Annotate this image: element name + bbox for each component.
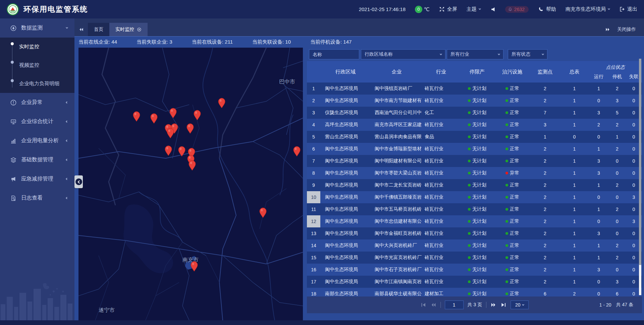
notification-badge[interactable]: 2632 xyxy=(505,6,529,13)
sidebar-item-5[interactable]: 应急减排管理 xyxy=(0,169,74,188)
cell-stop-status: 无计划 xyxy=(460,155,495,167)
status-dot xyxy=(468,87,471,90)
status-filter-select[interactable]: 所有状态 xyxy=(508,49,547,59)
page-size-select[interactable]: 20 xyxy=(511,301,529,309)
cell-halt: 2 xyxy=(609,239,626,252)
table-row[interactable]: 16阆中生态环境局阆中市石子页岩机砖厂砖瓦行业无计划正常21300 xyxy=(307,264,642,276)
cell-run: 0 xyxy=(589,288,609,296)
map-collapse-button[interactable] xyxy=(74,175,83,188)
page-number-input[interactable] xyxy=(445,301,464,309)
table-row[interactable]: 1阆中生态环境局阆中强锐页岩砖厂砖瓦行业无计划正常21120 xyxy=(307,83,642,95)
cell-region: 高坪生态环境局 xyxy=(320,119,371,131)
sidebar-subitem-0[interactable]: 实时监控 xyxy=(0,38,74,56)
cell-company: 西南油气田分公司川中 xyxy=(371,107,423,119)
help-button[interactable]: 帮助 xyxy=(538,6,556,12)
map-pin[interactable] xyxy=(132,111,141,122)
table-row[interactable]: 13阆中生态环境局阆中市金福旺页岩机砖砖瓦行业无计划正常21300 xyxy=(307,227,642,239)
table-row[interactable]: 6阆中生态环境局阆中市金博瑞新型墙材砖瓦行业无计划正常21120 xyxy=(307,143,642,155)
tabs-scroll-left-button[interactable] xyxy=(74,23,88,36)
table-row[interactable]: 14阆中生态环境局阆中大兴页岩机砖厂砖瓦行业无计划正常21120 xyxy=(307,239,642,252)
map-pin[interactable] xyxy=(218,98,226,108)
sidebar-item-1[interactable]: 企业异常 xyxy=(0,93,74,112)
table-row[interactable]: 18南部生态环境局南部县砚华土砚有限公建材加工无计划正常62060 xyxy=(307,288,642,296)
map-pin[interactable] xyxy=(178,146,186,157)
chevron-down-icon xyxy=(608,8,610,10)
theme-menu[interactable]: 主题 xyxy=(467,6,481,12)
table-row[interactable]: 10阆中生态环境局阆中千佛镇五郎垭页岩砖瓦行业无计划正常21003 xyxy=(307,191,642,203)
user-menu[interactable]: 南充市生态环境局 xyxy=(566,6,610,12)
map-pin[interactable] xyxy=(293,146,301,157)
cell-company: 阆中市光富页岩机砖厂 xyxy=(371,252,423,264)
sidebar-item-2[interactable]: 企业综合统计 xyxy=(0,112,74,131)
map-pin[interactable] xyxy=(164,145,172,156)
table-row[interactable]: 17阆中生态环境局阆中市江南镇阆南页岩砖瓦行业无计划正常21030 xyxy=(307,276,642,288)
table-row[interactable]: 9阆中生态环境局阆中市二龙长宝页岩砖砖瓦行业无计划正常21120 xyxy=(307,179,642,191)
table-row[interactable]: 8阆中生态环境局阆中市枣碧大梁山页岩砖瓦行业无计划异常21300 xyxy=(307,167,642,179)
cell-meters: 0 xyxy=(560,131,589,143)
sidebar-subitem-2[interactable]: 企业电力负荷明细 xyxy=(0,74,74,93)
sound-button[interactable] xyxy=(490,6,496,12)
col-header-points: 监测点 xyxy=(530,61,560,83)
map-pin[interactable] xyxy=(166,128,174,139)
last-page-button[interactable] xyxy=(500,302,506,308)
double-chevron-right-icon[interactable] xyxy=(605,27,610,32)
record-total-label: 共 47 条 xyxy=(616,302,633,308)
map-pin[interactable] xyxy=(150,113,158,124)
prev-page-button[interactable] xyxy=(430,302,436,308)
tab-home[interactable]: 首页 xyxy=(88,23,109,36)
map-pin[interactable] xyxy=(186,123,194,134)
tab-realtime-monitor[interactable]: 实时监控 xyxy=(109,23,148,36)
map-pin[interactable] xyxy=(169,108,177,118)
map-pin[interactable] xyxy=(188,160,196,171)
cell-points: 2 xyxy=(530,191,560,203)
cell-meters: 1 xyxy=(560,215,589,227)
col-header-meters: 总表 xyxy=(560,61,589,83)
region-filter-select[interactable]: 行政区域名称 xyxy=(361,49,445,59)
cell-region: 阆中生态环境局 xyxy=(320,264,371,276)
sidebar-subitem-1[interactable]: 视频监控 xyxy=(0,56,74,74)
map-pin[interactable] xyxy=(259,207,267,218)
table-row[interactable]: 3仪陇生态环境局西南油气田分公司川中化工无计划正常71350 xyxy=(307,107,642,119)
app-root: 环保用电监管系统 2021-02-25 17:46:18 0 ℃ 全屏 主题 2… xyxy=(0,0,644,325)
map-pin[interactable] xyxy=(190,261,198,272)
fullscreen-icon xyxy=(439,6,445,12)
total-pages-label: 共 3 页 xyxy=(468,302,482,308)
cell-points: 7 xyxy=(530,107,560,119)
table-row[interactable]: 12阆中生态环境局阆中市忠信建材有限公砖瓦行业无计划正常21003 xyxy=(307,215,642,227)
sidebar-item-3[interactable]: 企业用电量分析 xyxy=(0,131,74,150)
cell-stop-status-label: 无计划 xyxy=(472,255,486,261)
map-panel[interactable]: 巴中市南充市遂宁市 xyxy=(78,48,303,320)
scrollbar-thumb[interactable] xyxy=(639,59,641,265)
industry-filter-select[interactable]: 所有行业 xyxy=(447,49,503,59)
map-pin[interactable] xyxy=(193,110,201,120)
cell-stop-status-label: 无计划 xyxy=(472,267,486,273)
main-content: 巴中市南充市遂宁市 行政区域名称 所有行业 所有状态 xyxy=(74,48,644,325)
cell-halt: 3 xyxy=(609,276,626,288)
table-row[interactable]: 2阆中生态环境局阆中市南方节能建材有砖瓦行业无计划正常21030 xyxy=(307,95,642,107)
next-page-button[interactable] xyxy=(490,302,496,308)
table-scrollbar[interactable] xyxy=(639,59,641,295)
speaker-icon xyxy=(490,6,496,12)
fullscreen-button[interactable]: 全屏 xyxy=(439,6,457,12)
sidebar-item-6[interactable]: 日志查看 xyxy=(0,188,74,208)
cell-meters: 1 xyxy=(560,167,589,179)
first-page-button[interactable] xyxy=(420,302,426,308)
table-row[interactable]: 4高坪生态环境局南充市高坪区王家店建砖瓦行业无计划正常31220 xyxy=(307,119,642,131)
cell-industry: 砖瓦行业 xyxy=(423,276,460,288)
cell-region: 阆中生态环境局 xyxy=(320,155,371,167)
close-icon[interactable] xyxy=(137,27,142,32)
close-operations-button[interactable]: 关闭操作 xyxy=(617,26,636,33)
table-row[interactable]: 7阆中生态环境局阆中明阳建材有限公司砖瓦行业无计划正常21300 xyxy=(307,155,642,167)
logout-button[interactable]: 退出 xyxy=(619,6,637,12)
table-row[interactable]: 5营山生态环境局营山县润丰肉食品有限食品无计划正常10010 xyxy=(307,131,642,143)
cell-facility-status: 正常 xyxy=(495,227,530,239)
cell-halt: 0 xyxy=(609,215,626,227)
name-filter-input[interactable] xyxy=(309,49,359,59)
status-dot xyxy=(468,280,471,283)
cell-facility-status-label: 异常 xyxy=(510,170,519,176)
sidebar-item-4[interactable]: 基础数据管理 xyxy=(0,150,74,169)
sidebar-subitem-label: 视频监控 xyxy=(19,62,39,68)
table-row[interactable]: 15阆中生态环境局阆中市光富页岩机砖厂砖瓦行业无计划正常21120 xyxy=(307,252,642,264)
sidebar-item-0[interactable]: 数据监测 xyxy=(0,18,74,38)
table-row[interactable]: 11阆中生态环境局阆中市五马桥页岩机砖砖瓦行业无计划正常21120 xyxy=(307,203,642,215)
